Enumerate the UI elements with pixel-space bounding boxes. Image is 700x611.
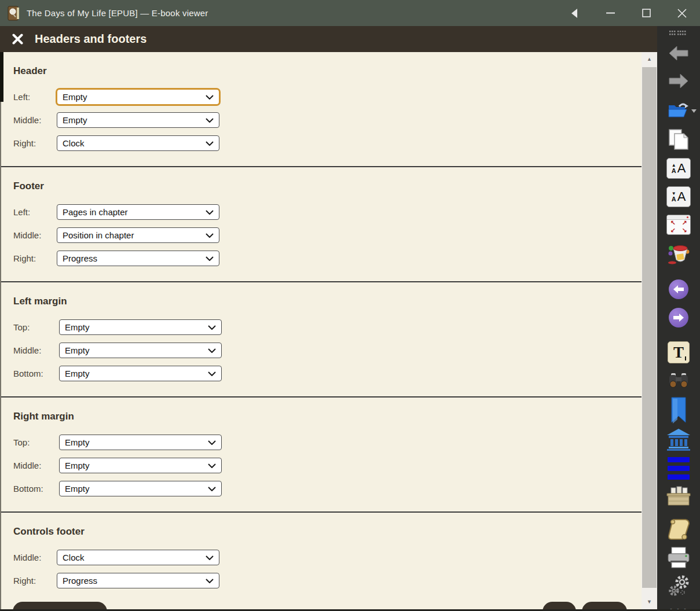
reference-mode-button[interactable] <box>666 485 691 507</box>
colors-button[interactable] <box>666 242 691 266</box>
left-triangle-icon <box>571 9 578 18</box>
field-label: Left: <box>13 207 57 217</box>
form-row: Middle: Position in chapter <box>13 227 642 243</box>
fullscreen-button[interactable]: ↖ ↗ ↙ ↘ <box>666 215 691 235</box>
close-icon <box>677 9 687 18</box>
vertical-scrollbar[interactable]: ▲ ▼ <box>642 52 657 611</box>
chevron-down-icon <box>206 141 214 146</box>
right-margin-middle-select[interactable]: Empty <box>59 458 222 473</box>
purple-back-circle-icon <box>669 279 688 299</box>
field-label: Middle: <box>13 553 57 562</box>
controls-footer-middle-select[interactable]: Clock <box>57 550 219 565</box>
section-heading: Left margin <box>13 295 642 308</box>
select-value: Clock <box>63 553 85 562</box>
maximize-icon <box>642 9 651 17</box>
chevron-down-icon <box>208 440 216 445</box>
copy-pages-icon <box>668 128 689 150</box>
font-larger-icon: ▲ A A <box>666 158 691 179</box>
window-controls <box>556 0 700 26</box>
header-middle-select[interactable]: Empty <box>57 112 219 128</box>
nav-forward-button[interactable] <box>668 72 689 90</box>
form-row: Middle: Empty <box>13 112 642 128</box>
minimize-button[interactable] <box>592 0 628 26</box>
form-row: Right: Progress <box>13 251 642 266</box>
select-value: Empty <box>63 92 87 102</box>
arrow-sw-glyph: ↙ <box>670 227 675 234</box>
field-label: Right: <box>13 138 57 148</box>
field-label: Middle: <box>13 345 59 355</box>
preferences-button[interactable] <box>667 575 690 598</box>
nav-back-button[interactable] <box>668 45 689 62</box>
footer-middle-select[interactable]: Position in chapter <box>57 227 219 243</box>
toolbar-drag-handle[interactable] <box>669 31 688 36</box>
chevron-down-icon <box>206 233 214 238</box>
maximize-button[interactable] <box>628 0 664 26</box>
field-label: Left: <box>13 92 57 102</box>
search-button[interactable] <box>667 373 690 389</box>
toc-tile-button[interactable]: T <box>668 341 690 363</box>
scrollbar-thumb[interactable] <box>642 67 657 588</box>
chevron-down-icon <box>208 487 216 491</box>
lookup-button[interactable] <box>666 428 691 451</box>
section-heading: Controls footer <box>13 525 642 538</box>
field-label: Top: <box>13 437 59 447</box>
field-label: Bottom: <box>13 369 59 378</box>
bookmark-icon <box>670 397 687 424</box>
print-button[interactable] <box>666 547 691 569</box>
left-margin-bottom-select[interactable]: Empty <box>59 366 222 381</box>
font-smaller-icon: ▼ A A <box>666 186 691 207</box>
select-value: Empty <box>65 322 90 332</box>
paint-can-icon <box>666 242 691 266</box>
page-edge-sliver <box>0 52 3 102</box>
close-icon <box>12 34 23 45</box>
select-value: Clock <box>63 138 85 148</box>
history-forward-button[interactable] <box>669 308 688 327</box>
section-left-margin: Left margin Top: Empty Middle: Empty Bot… <box>1 282 642 397</box>
dialog-header: Headers and footers <box>0 26 657 52</box>
table-of-contents-button[interactable] <box>668 457 690 480</box>
footer-right-select[interactable]: Progress <box>57 251 219 266</box>
chevron-down-icon <box>206 210 214 215</box>
select-value: Empty <box>65 461 90 470</box>
dialog-close-button[interactable] <box>10 32 25 47</box>
arrow-ne-glyph: ↗ <box>681 220 687 226</box>
field-label: Middle: <box>13 461 59 470</box>
select-value: Progress <box>63 253 97 263</box>
auto-scroll-button[interactable] <box>666 518 691 541</box>
ebook-viewer-app-icon <box>7 5 21 21</box>
open-ebook-button[interactable] <box>657 101 700 119</box>
header-right-select[interactable]: Clock <box>57 135 219 151</box>
right-margin-bottom-select[interactable]: Empty <box>59 481 222 496</box>
history-back-button[interactable] <box>669 279 688 299</box>
form-row: Left: Empty <box>13 89 642 105</box>
footer-left-select[interactable]: Pages in chapter <box>57 204 219 220</box>
field-label: Right: <box>13 576 57 586</box>
left-margin-middle-select[interactable]: Empty <box>59 343 222 358</box>
decrease-font-size-button[interactable]: ▼ A A <box>666 186 691 207</box>
gears-icon <box>667 575 690 598</box>
close-window-button[interactable] <box>664 0 700 26</box>
form-row: Top: Empty <box>13 435 642 450</box>
field-label: Middle: <box>13 230 57 240</box>
form-row: Right: Progress <box>13 573 642 588</box>
right-margin-top-select[interactable]: Empty <box>59 435 222 450</box>
section-controls-footer: Controls footer Middle: Clock Right: Pro… <box>1 513 642 603</box>
select-value: Empty <box>65 369 90 378</box>
select-value: Position in chapter <box>63 230 134 240</box>
left-margin-top-select[interactable]: Empty <box>59 319 222 335</box>
scrollbar-up-arrow[interactable]: ▲ <box>642 52 657 66</box>
controls-footer-right-select[interactable]: Progress <box>57 573 219 588</box>
select-value: Empty <box>65 484 90 494</box>
collapse-panel-button[interactable] <box>556 0 592 26</box>
bookmark-button[interactable] <box>670 397 687 424</box>
drag-handle-icon <box>669 31 688 36</box>
chevron-down-icon <box>206 579 214 583</box>
increase-font-size-button[interactable]: ▲ A A <box>666 158 691 179</box>
section-right-margin: Right margin Top: Empty Middle: Empty Bo… <box>1 397 642 513</box>
header-left-select[interactable]: Empty <box>56 88 221 106</box>
copy-button[interactable] <box>668 128 689 150</box>
letter-t-tile-icon: T <box>668 341 690 363</box>
scrollbar-down-arrow[interactable]: ▼ <box>642 595 657 609</box>
select-value: Empty <box>65 345 90 355</box>
window-titlebar: The Days of My Life [EPUB] — E-book view… <box>0 0 700 26</box>
